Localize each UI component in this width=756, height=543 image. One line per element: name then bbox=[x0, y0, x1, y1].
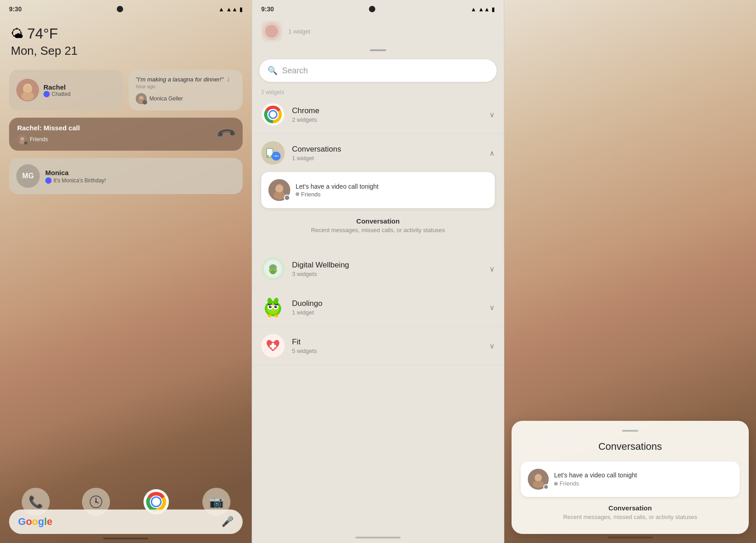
missed-call-icon: 📞 bbox=[216, 123, 238, 145]
dw-chevron: ∨ bbox=[489, 265, 495, 273]
chrome-chevron-down: ∨ bbox=[489, 110, 495, 119]
digital-wellbeing-info: Digital Wellbeing 3 widgets bbox=[292, 261, 482, 277]
conversations-sheet[interactable]: Conversations Let's have a video call to… bbox=[512, 421, 749, 534]
quote-text: "I'm making a lasagna for dinner!" 1 hou… bbox=[136, 76, 235, 90]
widget-desc-text: Recent messages, missed calls, or activi… bbox=[268, 227, 488, 233]
duolingo-info: Duolingo 1 widget bbox=[292, 299, 482, 316]
svg-point-45 bbox=[270, 306, 271, 307]
missed-call-text: Rachel: Missed call bbox=[17, 124, 80, 132]
partial-app-item[interactable]: 1 widget bbox=[252, 16, 504, 47]
conv-message-preview: Let's have a video call tonight bbox=[296, 183, 488, 190]
fit-item[interactable]: Fit 5 widgets ∨ bbox=[252, 327, 504, 365]
svg-point-22 bbox=[270, 111, 276, 118]
fit-info: Fit 5 widgets bbox=[292, 338, 482, 354]
fit-name: Fit bbox=[292, 338, 482, 347]
missed-call-info: Rachel: Missed call Friends bbox=[17, 124, 80, 144]
conv-contact-name-s3: Friends bbox=[560, 480, 579, 487]
status-icons-1: ▲ ▲▲ ▮ bbox=[218, 6, 243, 13]
contacts-section: Rachel Chatted "I'm making a lasagna for… bbox=[0, 62, 252, 118]
svg-point-17 bbox=[152, 498, 160, 506]
svg-point-59 bbox=[533, 481, 544, 488]
duolingo-chevron: ∨ bbox=[489, 303, 495, 312]
status-bar-2: 9:30 ▲ ▲▲ ▮ bbox=[252, 0, 504, 16]
svg-point-19 bbox=[265, 25, 278, 38]
chrome-icon bbox=[261, 103, 285, 126]
friends-label: Friends bbox=[30, 136, 48, 143]
widget-title-s3: Conversation bbox=[521, 504, 740, 512]
conv-avatar-preview bbox=[268, 179, 290, 201]
messenger-icon-rachel bbox=[43, 91, 50, 97]
svg-point-30 bbox=[277, 155, 278, 157]
screen-3: 9:30 ▲ ▲▲ ▮ Conversations bbox=[504, 0, 756, 543]
monica-name: Monica bbox=[45, 169, 106, 176]
wifi-icon-2: ▲ bbox=[470, 6, 476, 13]
svg-point-53 bbox=[274, 314, 278, 317]
chrome-info: Chrome 2 widgets bbox=[292, 106, 482, 123]
svg-point-3 bbox=[24, 85, 32, 93]
conversations-expanded-section: Let's have a video call tonight Friends … bbox=[252, 172, 504, 250]
rachel-subtext: Chatted bbox=[52, 91, 71, 97]
messenger-icon-monica bbox=[45, 177, 52, 184]
home-indicator-1 bbox=[103, 538, 148, 539]
search-input[interactable]: Search bbox=[282, 66, 488, 76]
fit-icon bbox=[261, 334, 285, 357]
conv-contact-name: Friends bbox=[301, 191, 321, 198]
svg-point-44 bbox=[274, 305, 277, 308]
svg-point-13 bbox=[95, 501, 97, 503]
camera-dot-2 bbox=[369, 6, 375, 12]
svg-point-60 bbox=[535, 475, 542, 481]
fit-widget-count: 5 widgets bbox=[292, 348, 482, 354]
date-text: Mon, Sep 21 bbox=[11, 44, 241, 58]
svg-point-33 bbox=[273, 191, 285, 200]
signal-icon-2: ▲▲ bbox=[478, 6, 490, 13]
conversations-icon bbox=[261, 141, 285, 165]
conversations-list-item[interactable]: Conversations 1 widget ∧ bbox=[252, 134, 504, 172]
monica-sub: It's Monica's Birthday! bbox=[45, 177, 106, 184]
screen-1: 9:30 ▲ ▲▲ ▮ 🌤 74°F Mon, Sep 21 bbox=[0, 0, 252, 543]
monica-subtext: It's Monica's Birthday! bbox=[53, 177, 106, 184]
battery-icon-2: ▮ bbox=[492, 6, 495, 13]
search-icon: 🔍 bbox=[268, 66, 278, 76]
conversations-info: Conversations 1 widget bbox=[292, 145, 482, 162]
svg-rect-56 bbox=[270, 345, 276, 348]
wifi-icon-1: ▲ bbox=[218, 6, 224, 13]
quote-bubble[interactable]: "I'm making a lasagna for dinner!" 1 hou… bbox=[129, 70, 243, 110]
digital-wellbeing-item[interactable]: Digital Wellbeing 3 widgets ∨ bbox=[252, 250, 504, 288]
quote-content: "I'm making a lasagna for dinner!" bbox=[136, 76, 224, 83]
widget-search-bar[interactable]: 🔍 Search bbox=[259, 59, 497, 82]
missed-call-widget[interactable]: Rachel: Missed call Friends 📞 bbox=[9, 118, 243, 151]
svg-point-29 bbox=[276, 155, 277, 156]
conv-badge-preview bbox=[284, 195, 290, 201]
rachel-bubble[interactable]: Rachel Chatted bbox=[9, 70, 123, 110]
mg-avatar: MG bbox=[16, 164, 40, 188]
chrome-list-item[interactable]: Chrome 2 widgets ∨ bbox=[252, 95, 504, 134]
quote-sender-name: Monica Geller bbox=[149, 95, 183, 102]
scroll-indicator bbox=[252, 47, 504, 54]
mic-icon[interactable]: 🎤 bbox=[221, 516, 234, 528]
scroll-pill bbox=[370, 49, 386, 51]
conv-contact-s3: Friends bbox=[554, 480, 732, 487]
quote-sender: Monica Geller bbox=[136, 93, 235, 104]
svg-point-26 bbox=[269, 155, 271, 157]
duolingo-item[interactable]: Duolingo 1 widget ∨ bbox=[252, 288, 504, 327]
monica-avatar-small bbox=[136, 93, 147, 104]
battery-icon-1: ▮ bbox=[239, 6, 243, 13]
svg-point-28 bbox=[274, 155, 276, 157]
google-logo: Google bbox=[18, 516, 53, 528]
svg-point-8 bbox=[20, 137, 24, 141]
svg-point-46 bbox=[276, 306, 277, 307]
conversation-preview-card[interactable]: Let's have a video call tonight Friends bbox=[261, 172, 495, 208]
widget-subtitle-s3: Recent messages, missed calls, or activi… bbox=[521, 514, 740, 520]
google-search-bar[interactable]: Google 🎤 bbox=[9, 510, 243, 534]
status-time-1: 9:30 bbox=[9, 5, 22, 13]
fit-chevron: ∨ bbox=[489, 342, 495, 350]
conversations-widget-count: 1 widget bbox=[292, 155, 482, 162]
signal-icon-1: ▲▲ bbox=[226, 6, 238, 13]
conversations-chevron-up: ∧ bbox=[489, 149, 495, 157]
dw-widget-count: 3 widgets bbox=[292, 271, 482, 277]
friends-online-dot bbox=[24, 141, 28, 145]
monica-bubble[interactable]: MG Monica It's Monica's Birthday! bbox=[9, 158, 243, 194]
weather-icon: 🌤 bbox=[11, 26, 24, 41]
conv-card-s3[interactable]: Let's have a video call tonight Friends bbox=[521, 462, 740, 497]
widget-desc-title: Conversation bbox=[268, 217, 488, 225]
